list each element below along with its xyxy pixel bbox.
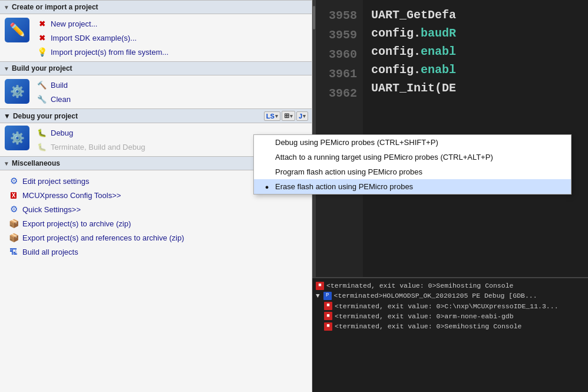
edit-settings-icon: ⚙ — [8, 176, 19, 186]
j-label: J — [299, 113, 302, 120]
j-toolbar-button[interactable]: J ▾ — [296, 111, 308, 121]
import-sdk-label: Import SDK example(s)... — [51, 34, 137, 42]
line-number-3959: 3959 — [329, 25, 357, 45]
build-item[interactable]: 🔨 Build — [34, 78, 312, 92]
pemicro-dropdown: Debug using PEMicro probes (CTRL+SHIFT+P… — [253, 134, 572, 195]
console-line-1: ■ <terminated, exit value: 0>Semihosting… — [316, 281, 584, 291]
create-section-content: ✏️ ✖ New project... ✖ Import SDK example… — [0, 14, 312, 61]
misc-triangle-icon: ▼ — [4, 160, 9, 167]
console-text-2: <terminated>HOLOMODSP_OK_20201205 PE Deb… — [334, 291, 537, 301]
ls-toolbar-button[interactable]: LS ▾ — [264, 111, 280, 121]
console-icon-2: P — [323, 292, 332, 300]
x-badge: X — [11, 192, 17, 199]
create-big-icon: ✏️ — [5, 18, 29, 42]
dropdown-item-debug[interactable]: Debug using PEMicro probes (CTRL+SHIFT+P… — [254, 135, 571, 150]
code-line-3960: config.enabl — [371, 42, 588, 61]
console-icon-4: ■ — [324, 312, 332, 320]
debug-bug-icon: 🐛 — [37, 127, 47, 138]
dropdown-label-debug: Debug using PEMicro probes (CTRL+SHIFT+P… — [275, 138, 438, 147]
j-chevron-icon: ▾ — [303, 113, 306, 119]
code-line-3959: config.baudR — [371, 24, 588, 42]
triangle-icon: ▼ — [4, 4, 9, 11]
new-project-icon: ✖ — [37, 18, 47, 29]
quick-settings-icon: ⚙ — [8, 204, 19, 215]
export-project-item[interactable]: 📦 Export project(s) to archive (zip) — [6, 216, 312, 230]
import-filesystem-item[interactable]: 💡 Import project(s) from file system... — [34, 45, 312, 59]
debug-header-left: ▼ Debug your project — [4, 112, 78, 120]
left-panel: ▼ Create or import a project ✏️ ✖ New pr… — [0, 0, 312, 392]
pencil-icon: ✏️ — [9, 22, 25, 38]
import-sdk-item[interactable]: ✖ Import SDK example(s)... — [34, 31, 312, 45]
dropdown-item-erase[interactable]: ● Erase flash action using PEMicro probe… — [254, 179, 571, 194]
build-section-header: ▼ Build your project — [0, 61, 312, 75]
ls-chevron-icon: ▾ — [275, 113, 278, 119]
edit-project-settings-label: Edit project settings — [22, 177, 89, 186]
build-all-projects-label: Build all projects — [22, 248, 78, 256]
export-project-refs-label: Export project(s) and references to arch… — [22, 233, 184, 242]
line-number-3958: 3958 — [329, 6, 357, 25]
bullet-4: ● — [263, 183, 270, 190]
build-section-title: Build your project — [12, 64, 72, 73]
console-icon-5: ■ — [324, 322, 332, 331]
quick-settings-label: Quick Settings>> — [22, 205, 81, 214]
import-filesystem-icon: 💡 — [37, 47, 47, 57]
console-line-2: ▼ P <terminated>HOLOMODSP_OK_20201205 PE… — [316, 291, 584, 301]
build-triangle-icon: ▼ — [4, 65, 9, 72]
create-section-title: Create or import a project — [12, 3, 98, 11]
build-section-content: ⚙️ 🔨 Build 🔧 Clean — [0, 75, 312, 108]
import-sdk-icon: ✖ — [37, 32, 47, 43]
build-label: Build — [51, 81, 68, 90]
build-all-projects-item[interactable]: 🏗 Build all projects — [6, 245, 312, 259]
create-section-header: ▼ Create or import a project — [0, 0, 312, 14]
right-panel: 3958 3959 3960 3961 3962 UART_GetDefa co… — [312, 0, 588, 392]
console-text-5: <terminated, exit value: 0>Semihosting C… — [335, 321, 521, 331]
dropdown-item-attach[interactable]: Attach to a running target using PEMicro… — [254, 150, 571, 164]
dropdown-label-erase: Erase flash action using PEMicro probes — [275, 182, 413, 191]
debug-label: Debug — [51, 129, 73, 137]
debug-toolbar: LS ▾ ⊞ ▾ J ▾ — [264, 111, 308, 121]
console-line-4: ■ <terminated, exit value: 0>arm-none-ea… — [324, 311, 584, 321]
clean-item[interactable]: 🔧 Clean — [34, 92, 312, 106]
code-line-3961: config.enabl — [371, 61, 588, 79]
create-items-list: ✖ New project... ✖ Import SDK example(s)… — [34, 14, 312, 61]
console-icon-1: ■ — [316, 282, 324, 290]
console-text-1: <terminated, exit value: 0>Semihosting C… — [326, 281, 513, 291]
link-chevron-icon: ▾ — [290, 113, 293, 119]
dropdown-item-program[interactable]: Program flash action using PEMicro probe… — [254, 164, 571, 179]
quick-settings-item[interactable]: ⚙ Quick Settings>> — [6, 202, 312, 216]
scroll-thumb[interactable] — [313, 6, 315, 29]
terminate-bug-icon: 🐛 — [37, 141, 47, 152]
debug-triangle-icon: ▼ — [4, 112, 11, 120]
console-text-3: <terminated, exit value: 0>C:\nxp\MCUXpr… — [335, 301, 559, 311]
link-icon: ⊞ — [284, 112, 289, 120]
debug-section-title: Debug your project — [13, 112, 78, 120]
build-hammer-icon: 🔨 — [37, 80, 47, 90]
expand-icon-2[interactable]: ▼ — [316, 291, 320, 301]
console-line-3: ■ <terminated, exit value: 0>C:\nxp\MCUX… — [324, 301, 584, 311]
mcuxpresso-icon: X — [8, 190, 19, 200]
build-items-list: 🔨 Build 🔧 Clean — [34, 75, 312, 108]
line-number-3962: 3962 — [329, 84, 357, 103]
console-line-5: ■ <terminated, exit value: 0>Semihosting… — [324, 321, 584, 331]
code-line-3958: UART_GetDefa — [371, 6, 588, 24]
debug-section-header: ▼ Debug your project LS ▾ ⊞ ▾ J ▾ — [0, 108, 312, 123]
build-big-icon: ⚙️ — [5, 79, 29, 104]
export-refs-icon: 📦 — [8, 232, 19, 243]
ls-label: LS — [266, 113, 275, 120]
clean-wrench-icon: 🔧 — [37, 94, 47, 104]
build-all-icon: 🏗 — [8, 246, 19, 257]
link-toolbar-button[interactable]: ⊞ ▾ — [282, 111, 295, 121]
dropdown-label-program: Program flash action using PEMicro probe… — [275, 167, 422, 176]
line-number-3960: 3960 — [329, 45, 357, 64]
terminate-build-debug-label: Terminate, Build and Debug — [51, 143, 145, 151]
misc-section-title: Miscellaneous — [12, 159, 60, 167]
line-number-3961: 3961 — [329, 64, 357, 84]
dropdown-label-attach: Attach to a running target using PEMicro… — [275, 153, 493, 162]
mcuxpresso-config-label: MCUXpresso Config Tools>> — [22, 191, 121, 200]
export-project-refs-item[interactable]: 📦 Export project(s) and references to ar… — [6, 230, 312, 245]
clean-label: Clean — [51, 95, 71, 104]
export-icon: 📦 — [8, 218, 19, 229]
import-filesystem-label: Import project(s) from file system... — [51, 48, 169, 57]
new-project-item[interactable]: ✖ New project... — [34, 17, 312, 31]
console-panel: ■ <terminated, exit value: 0>Semihosting… — [312, 277, 588, 392]
